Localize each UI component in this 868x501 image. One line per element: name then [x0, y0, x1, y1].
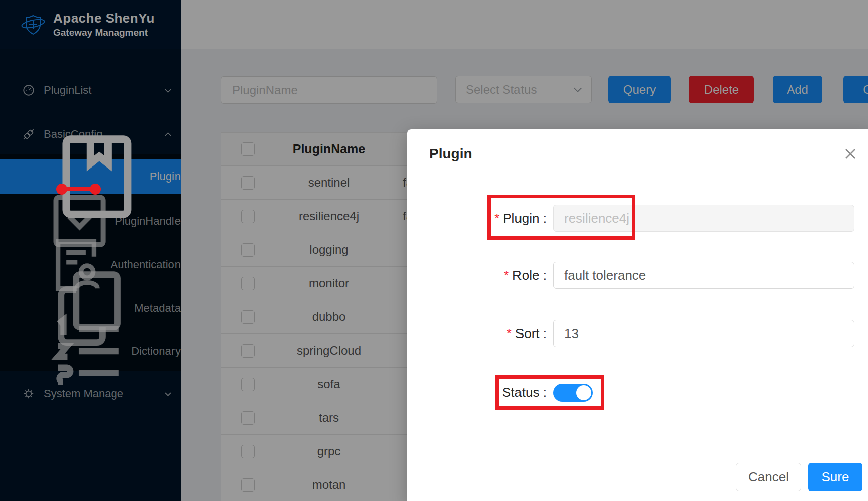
modal-header: Plugin: [407, 129, 868, 178]
sort-field[interactable]: [553, 320, 854, 347]
sure-button[interactable]: Sure: [808, 463, 862, 491]
modal-title: Plugin: [429, 129, 472, 178]
role-field[interactable]: [553, 262, 854, 289]
annotation-dot: [90, 184, 101, 195]
sort-field-label: *Sort :: [407, 324, 547, 343]
annotation-underline-plugin-menu: [56, 184, 101, 195]
annotation-rect-plugin-field: [487, 195, 635, 240]
modal-footer-divider: [407, 455, 868, 455]
required-marker: *: [504, 268, 509, 283]
annotation-rect-status-toggle: [495, 375, 604, 410]
page: Apache ShenYu Gateway Managment PluginLi…: [0, 0, 868, 501]
close-icon[interactable]: [842, 146, 858, 162]
required-marker: *: [507, 326, 512, 341]
cancel-button[interactable]: Cancel: [736, 463, 801, 491]
plugin-modal: Plugin *Plugin : *Role : *Sort : Status …: [407, 129, 868, 501]
role-field-label: *Role :: [407, 266, 547, 284]
